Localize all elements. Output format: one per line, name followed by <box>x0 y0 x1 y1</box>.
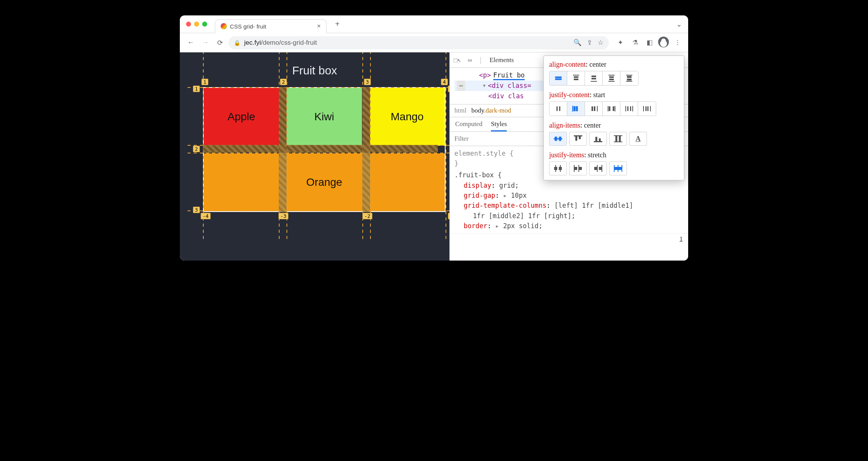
justify-content-end-button[interactable] <box>585 102 603 116</box>
grid-cell-apple: Apple <box>204 88 279 146</box>
titlebar: CSS grid- fruit × + ⌄ <box>180 15 688 33</box>
device-icon[interactable]: ▭ <box>468 56 472 64</box>
popup-row-justify-items: justify-items: stretch <box>549 151 679 175</box>
popup-row-align-content: align-content: center <box>549 61 679 86</box>
tab-elements[interactable]: Elements <box>489 56 514 64</box>
align-items-center-button[interactable] <box>549 132 567 146</box>
svg-rect-41 <box>579 136 581 139</box>
justify-items-start-button[interactable] <box>569 162 587 175</box>
grid-col-label: 4 <box>441 79 448 85</box>
svg-rect-65 <box>618 167 622 170</box>
svg-rect-64 <box>615 167 618 170</box>
tab-close-icon[interactable]: × <box>317 22 321 30</box>
browser-window: CSS grid- fruit × + ⌄ ← → ⟳ 🔒 jec.fyi/de… <box>180 15 688 261</box>
toolbar-actions: ✦ ⚗ ◧ ⋮ <box>614 37 684 49</box>
maximize-window-icon[interactable] <box>202 22 207 27</box>
grid-overlay-wrap: 1 2 3 4 1 2 3 -1 -1 -4 -3 -2 Apple Kiwi … <box>203 87 438 212</box>
svg-rect-9 <box>609 76 614 78</box>
justify-items-end-button[interactable] <box>589 162 607 175</box>
reload-button[interactable]: ⟳ <box>214 37 226 49</box>
extensions-icon[interactable]: ✦ <box>614 37 627 49</box>
tab-styles[interactable]: Styles <box>491 120 507 131</box>
justify-content-start-button[interactable] <box>567 102 585 116</box>
align-content-stretch-button[interactable] <box>620 71 638 85</box>
tabs-menu-icon[interactable]: ⌄ <box>676 20 682 29</box>
forward-button: → <box>199 37 211 49</box>
svg-rect-22 <box>594 106 595 111</box>
svg-rect-37 <box>555 137 557 141</box>
align-content-center-button[interactable] <box>550 71 567 85</box>
toolbar: ← → ⟳ 🔒 jec.fyi/demo/css-grid-fruit 🔍 ⇪ … <box>180 33 688 52</box>
svg-rect-58 <box>602 165 602 172</box>
svg-rect-44 <box>594 141 602 142</box>
svg-rect-15 <box>626 81 632 82</box>
svg-rect-42 <box>595 137 597 141</box>
grid-row-label: 2 <box>193 146 200 152</box>
svg-rect-14 <box>627 79 632 81</box>
svg-rect-20 <box>576 106 578 111</box>
grid-row-label: 3 <box>193 207 200 213</box>
svg-rect-31 <box>632 106 633 111</box>
new-tab-button[interactable]: + <box>332 19 343 30</box>
menu-icon[interactable]: ⋮ <box>671 37 684 49</box>
svg-rect-56 <box>579 167 582 170</box>
align-items-baseline-button[interactable]: A <box>629 132 647 146</box>
svg-rect-39 <box>574 135 582 136</box>
justify-content-space-evenly-button[interactable] <box>638 102 656 116</box>
svg-rect-61 <box>614 165 615 172</box>
svg-rect-12 <box>626 75 632 76</box>
minimize-window-icon[interactable] <box>194 22 199 27</box>
share-icon[interactable]: ⇪ <box>587 39 592 47</box>
svg-rect-21 <box>592 106 593 111</box>
star-icon[interactable]: ☆ <box>598 39 603 47</box>
justify-content-space-around-button[interactable] <box>620 102 638 116</box>
expand-icon[interactable]: ▼ <box>483 82 486 89</box>
align-items-stretch-button[interactable] <box>609 132 627 146</box>
align-content-start-button[interactable] <box>567 71 585 85</box>
svg-rect-48 <box>614 141 622 142</box>
svg-rect-27 <box>615 106 615 111</box>
ellipsis-icon[interactable]: ⋯ <box>457 81 465 91</box>
svg-rect-55 <box>575 167 577 170</box>
justify-items-center-button[interactable] <box>549 162 567 175</box>
svg-rect-62 <box>618 165 618 172</box>
tab-computed[interactable]: Computed <box>455 120 483 131</box>
svg-rect-2 <box>573 75 579 76</box>
url-host: jec.fyi <box>244 39 261 46</box>
align-content-space-around-button[interactable] <box>603 71 620 85</box>
source-link[interactable]: 1 <box>450 233 688 244</box>
svg-rect-16 <box>556 106 558 111</box>
svg-rect-26 <box>613 106 614 111</box>
labs-icon[interactable]: ⚗ <box>629 37 641 49</box>
grid-cell-orange: Orange <box>204 153 445 211</box>
svg-rect-29 <box>627 106 628 111</box>
address-bar[interactable]: 🔒 jec.fyi/demo/css-grid-fruit 🔍 ⇪ ☆ <box>228 36 609 49</box>
justify-items-stretch-button[interactable] <box>609 162 627 175</box>
zoom-icon[interactable]: 🔍 <box>573 39 581 47</box>
browser-tab[interactable]: CSS grid- fruit × <box>215 19 327 33</box>
svg-rect-33 <box>645 106 647 111</box>
page-title: Fruit box <box>191 56 438 85</box>
grid-cell-mango: Mango <box>370 88 445 146</box>
close-window-icon[interactable] <box>186 22 191 27</box>
sidepanel-icon[interactable]: ◧ <box>643 37 656 49</box>
svg-rect-45 <box>614 135 622 136</box>
align-items-end-button[interactable] <box>589 132 607 146</box>
justify-content-space-between-button[interactable] <box>603 102 620 116</box>
profile-avatar[interactable] <box>658 37 669 47</box>
traffic-lights <box>186 22 207 27</box>
grid-col-label: 1 <box>201 79 208 85</box>
svg-rect-4 <box>574 79 578 80</box>
justify-content-center-button[interactable] <box>550 102 567 116</box>
svg-rect-46 <box>615 136 617 141</box>
back-button[interactable]: ← <box>184 37 197 49</box>
devtools-panel: ⬚↖ ▭ | Elements <p>Fruit bo ⋯ ▼ <div cla… <box>449 52 688 261</box>
align-items-start-button[interactable] <box>569 132 587 146</box>
svg-rect-35 <box>650 106 651 111</box>
svg-rect-60 <box>599 167 602 170</box>
rendered-page: Fruit box 1 2 <box>180 52 449 261</box>
align-content-end-button[interactable] <box>585 71 603 85</box>
inspect-icon[interactable]: ⬚↖ <box>454 56 461 64</box>
svg-rect-54 <box>578 165 579 172</box>
svg-rect-57 <box>597 165 598 172</box>
